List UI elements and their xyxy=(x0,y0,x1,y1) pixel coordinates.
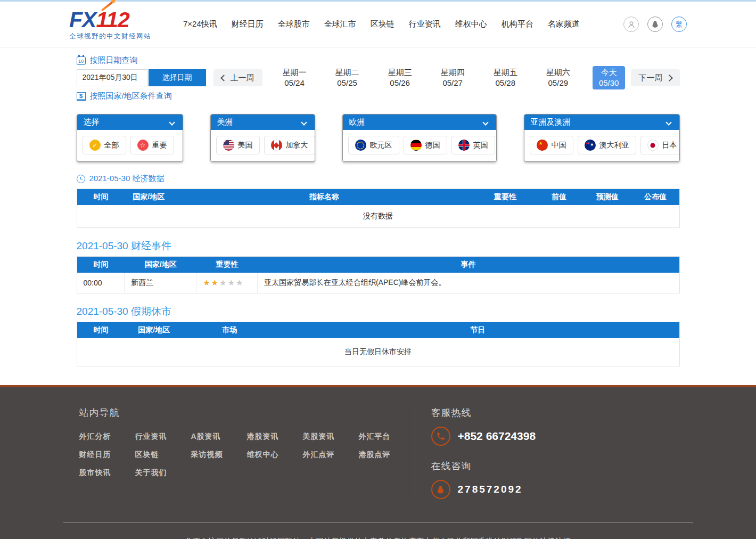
nav-item[interactable]: 行业资讯 xyxy=(409,19,441,29)
chevron-down-icon xyxy=(665,119,671,125)
footer-contact: 客服热线 +852 66724398 在线咨询 278572092 xyxy=(415,406,536,509)
clock-icon xyxy=(77,175,85,183)
weekday-item[interactable]: 星期二 05/25 xyxy=(329,66,366,89)
next-week-button[interactable]: 下一周 xyxy=(631,69,680,86)
footer-link[interactable]: 关于我们 xyxy=(135,468,191,478)
next-week-label: 下一周 xyxy=(639,73,663,83)
col-holiday: 节日 xyxy=(276,325,679,335)
pick-date-button[interactable]: 选择日期 xyxy=(149,69,206,86)
date-query-title: 按照日期查询 xyxy=(90,55,138,66)
money-icon: $ xyxy=(77,92,86,101)
country-chip[interactable]: 英国 xyxy=(451,136,495,154)
qq-icon[interactable] xyxy=(647,17,663,32)
panel-america-header[interactable]: 美洲 xyxy=(211,115,315,130)
logo-text: FX112 xyxy=(69,9,151,30)
weekday-name: 星期六 xyxy=(546,67,570,78)
col-event: 事件 xyxy=(258,260,679,270)
economic-data-table: 时间 国家/地区 指标名称 重要性 前值 预测值 公布值 没有数据 xyxy=(77,189,680,228)
traditional-chinese-toggle[interactable]: 繁 xyxy=(671,17,687,32)
col-forecast: 预测值 xyxy=(583,192,632,202)
hotline-title: 客服热线 xyxy=(431,406,536,419)
logo-fx: FX xyxy=(69,7,96,32)
weekday-date: 05/28 xyxy=(495,78,515,88)
important-star-icon xyxy=(137,140,149,151)
col-region: 国家/地区 xyxy=(125,260,196,270)
economic-table-header: 时间 国家/地区 指标名称 重要性 前值 预测值 公布值 xyxy=(77,189,679,205)
filter-chip[interactable]: 全部 xyxy=(83,136,126,154)
nav-item[interactable]: 区块链 xyxy=(371,19,395,29)
weekday-date: 05/25 xyxy=(337,78,357,88)
weekday-date: 05/29 xyxy=(548,78,569,88)
weekday-item[interactable]: 星期五 05/28 xyxy=(487,66,524,89)
country-chip[interactable]: 加拿大 xyxy=(264,136,315,154)
country-chip[interactable]: 德国 xyxy=(404,136,447,154)
footer-link[interactable]: 维权中心 xyxy=(247,450,303,460)
holidays-title: 2021-05-30 假期休市 xyxy=(77,305,680,318)
us-flag-icon xyxy=(223,140,234,151)
nav-item[interactable]: 全球股市 xyxy=(278,19,310,29)
panel-select-header[interactable]: 选择 xyxy=(77,115,183,130)
country-chip[interactable]: 欧元区 xyxy=(348,136,399,154)
phone-icon xyxy=(431,427,450,446)
nav-item[interactable]: 全球汇市 xyxy=(324,19,356,29)
hotline-number[interactable]: +852 66724398 xyxy=(458,430,536,443)
footer-link[interactable]: 采访视频 xyxy=(191,450,247,460)
events-table: 时间 国家/地区 重要性 事件 00:00 新西兰 ★★★★★ 亚太国家贸易部长… xyxy=(77,256,680,293)
footer-link[interactable]: 财经日历 xyxy=(79,450,135,460)
nav-item[interactable]: 名家频道 xyxy=(548,19,580,29)
footer-link[interactable]: 外汇平台 xyxy=(359,432,415,442)
weekday-item[interactable]: 今天 05/30 xyxy=(593,66,626,89)
country-chip[interactable]: 中国 xyxy=(530,136,573,154)
country-chip[interactable]: 日本 xyxy=(640,136,680,154)
main-content: 10 按照日期查询 选择日期 上一周 星期一 05/24 星期二 05/25 xyxy=(77,55,680,366)
panel-asia-header[interactable]: 亚洲及澳洲 xyxy=(524,115,679,130)
footer-link[interactable]: 外汇点评 xyxy=(303,450,359,460)
weekday-name: 星期四 xyxy=(441,67,465,78)
col-market: 市场 xyxy=(183,325,276,335)
chevron-right-icon xyxy=(666,75,673,81)
date-input[interactable] xyxy=(77,69,147,86)
panel-europe-header[interactable]: 欧洲 xyxy=(343,115,496,130)
country-chip[interactable]: 澳大利亚 xyxy=(578,136,636,154)
nav-item[interactable]: 7×24快讯 xyxy=(183,19,217,29)
event-row[interactable]: 00:00 新西兰 ★★★★★ 亚太国家贸易部长在亚太经合组织(APEC)峰会前… xyxy=(77,273,679,293)
weekday-strip: 星期一 05/24 星期二 05/25 星期三 05/26 星期四 05/27 xyxy=(276,66,626,89)
footer-link[interactable]: 区块链 xyxy=(135,450,191,460)
star-filled-icon: ★ xyxy=(203,278,211,288)
weekday-item[interactable]: 星期一 05/24 xyxy=(276,66,313,89)
weekday-date: 05/26 xyxy=(390,78,410,88)
weekday-name: 星期二 xyxy=(335,67,359,78)
footer-link[interactable]: 外汇分析 xyxy=(79,432,135,442)
online-consult-title: 在线咨询 xyxy=(431,460,536,472)
weekday-name: 今天 xyxy=(601,67,617,78)
chip-label: 全部 xyxy=(104,141,119,150)
panel-title: 选择 xyxy=(84,117,100,127)
weekday-item[interactable]: 星期六 05/29 xyxy=(540,66,577,89)
weekday-name: 星期三 xyxy=(388,67,412,78)
event-region: 新西兰 xyxy=(125,273,196,293)
weekday-item[interactable]: 星期三 05/26 xyxy=(382,66,418,89)
footer-link[interactable]: 港股点评 xyxy=(359,450,415,460)
nav-item[interactable]: 维权中心 xyxy=(455,19,487,29)
chevron-down-icon xyxy=(482,119,488,125)
economic-data-title: 2021-05-30 经济数据 xyxy=(89,174,165,184)
panel-body: 美国 加拿大 xyxy=(211,130,315,161)
prev-week-button[interactable]: 上一周 xyxy=(213,69,262,86)
user-icon[interactable] xyxy=(623,17,639,32)
site-logo[interactable]: FX112 全球视野的中文财经网站 xyxy=(69,9,151,41)
chip-label: 欧元区 xyxy=(370,141,392,150)
country-chip[interactable]: 美国 xyxy=(216,136,260,154)
nav-item[interactable]: 机构平台 xyxy=(502,19,533,29)
col-region: 国家/地区 xyxy=(125,192,172,202)
footer-link[interactable]: 港股资讯 xyxy=(247,432,303,442)
footer-link[interactable]: A股资讯 xyxy=(191,432,247,442)
weekday-item[interactable]: 星期四 05/27 xyxy=(434,66,471,89)
panel-asia: 亚洲及澳洲 中国 澳大利亚 日本 xyxy=(524,114,680,162)
footer-link[interactable]: 行业资讯 xyxy=(135,432,191,442)
online-consult-number[interactable]: 278572092 xyxy=(458,484,523,495)
footer-link[interactable]: 股市快讯 xyxy=(79,468,135,478)
logo-num: 112 xyxy=(96,7,129,32)
nav-item[interactable]: 财经日历 xyxy=(232,19,264,29)
filter-chip[interactable]: 重要 xyxy=(130,136,174,154)
footer-link[interactable]: 美股资讯 xyxy=(303,432,359,442)
